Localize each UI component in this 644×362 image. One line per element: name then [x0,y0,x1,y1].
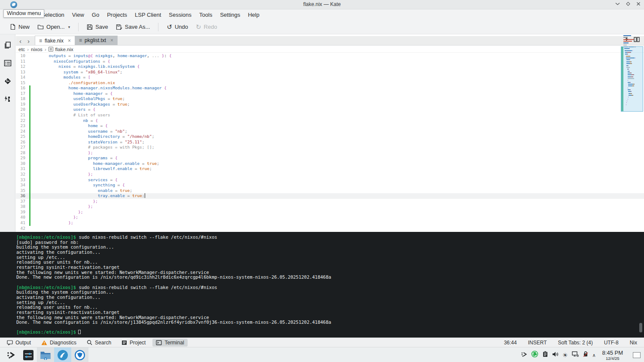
kate-task-button[interactable] [54,347,71,362]
open-button[interactable]: Open... ▾ [33,21,74,32]
diagnostics-panel-button[interactable]: Diagnostics [38,339,80,347]
tab-pkglist-txt[interactable]: ≡ pkglist.txt × [75,36,118,45]
menu-settings[interactable]: Settings [216,10,244,19]
menu-sessions[interactable]: Sessions [165,10,195,19]
settings-sliders-pinned-app[interactable] [20,347,37,362]
menu-lsp-client[interactable]: LSP Client [131,10,165,19]
tray-syncthing-icon[interactable] [531,350,538,359]
clock[interactable]: 8:45 PM 12/4/25 [602,350,623,361]
app-launcher-button[interactable] [3,347,20,362]
left-sidebar [0,34,15,232]
terminal-cursor [78,330,81,334]
encoding[interactable]: UTF-8 [604,340,619,346]
breadcrumb-etc[interactable]: etc [18,47,25,52]
tab-close-icon[interactable]: × [110,37,113,43]
tab-close-icon[interactable]: × [68,38,71,44]
tab-settings[interactable]: Soft Tabs: 2 (4) [558,340,593,346]
tab-bar: ‹ › ≡ flake.nix × ≡ pkglist.txt × [16,36,644,46]
tray-clipboard-icon[interactable] [542,351,548,359]
search-panel-button[interactable]: Search [83,339,115,347]
statusbar: Output Diagnostics Search Project Termin… [0,338,644,347]
terminal-line [16,280,644,285]
project-panel-button[interactable]: Project [118,339,149,347]
minimap-viewport[interactable] [621,46,643,112]
code-line: 34 syncthing = { [16,183,644,188]
code-line: 25 homeDirectory = "/home/nb"; [16,134,644,140]
line-number: 27 [16,145,25,150]
kate-window: flake.nix — Kate FileEditSelectionViewGo… [0,0,644,362]
menu-go[interactable]: Go [88,10,103,19]
close-button[interactable] [636,2,641,6]
documents-sidebar-button[interactable] [0,38,15,52]
menu-projects[interactable]: Projects [103,10,131,19]
terminal-scrollbar[interactable] [639,323,642,332]
undo-button[interactable]: ↺ Undo [163,21,192,32]
tab-flake-nix[interactable]: ≡ flake.nix × [35,36,75,45]
menu-view[interactable]: View [68,10,88,19]
code-line: 24 username = "nb"; [16,129,644,134]
line-number: 23 [16,123,25,129]
document-icon: ≡ [39,38,42,44]
tray-lock-inhibit-icon[interactable] [583,351,589,359]
toolbar-separator [158,23,158,31]
minimap-scrollbar[interactable] [623,35,643,164]
terminal-line: building the system configuration... [16,245,644,250]
line-number: 34 [16,183,25,188]
terminal-panel-button[interactable]: Terminal [152,339,187,347]
line-number: 31 [16,166,25,172]
code-line: 31 librewolf.enable = true; [16,166,644,172]
terminal-line: Done. The new configuration is /nix/stor… [16,275,644,280]
terminal-panel[interactable]: [nb@nixos:/etc/nixos]$ sudo nixos-rebuil… [0,232,644,338]
forward-button[interactable]: › [27,38,30,44]
terminal-line: Done. The new configuration is /nix/stor… [16,320,644,325]
taskbar: ☀ ∧ 8:45 PM 12/4/25 [0,347,644,362]
git-sidebar-button[interactable] [0,74,15,88]
line-number: 37 [16,199,25,204]
file-icon [49,47,53,52]
line-number: 40 [16,215,25,220]
show-desktop-button[interactable] [633,352,641,358]
line-number: 20 [16,107,25,113]
breadcrumb-nixos[interactable]: nixos [31,47,43,52]
output-panel-button[interactable]: Output [3,339,34,347]
tray-activities-icon[interactable] [521,351,527,359]
back-button[interactable]: ‹ [19,38,21,44]
minimize-button[interactable] [615,2,620,6]
syntax-language[interactable]: Nix [630,340,637,346]
new-button[interactable]: New [6,21,33,32]
line-number: 14 [16,75,25,80]
tray-expand-chevron-icon[interactable]: ∧ [592,352,596,358]
code-line: 15 ./configuration.nix [16,80,644,86]
line-number: 26 [16,140,25,145]
titlebar[interactable]: flake.nix — Kate [0,0,644,9]
code-editor[interactable]: 10 outputs = inputs@{ nixpkgs, home-mana… [16,53,644,232]
code-line: 42 [16,226,644,231]
code-line: 26 stateVersion = "25.11"; [16,140,644,145]
menu-tools[interactable]: Tools [195,10,216,19]
input-mode[interactable]: INSERT [528,340,547,346]
document-icon: ≡ [79,37,82,43]
breadcrumb-file[interactable]: flake.nix [55,47,73,52]
librewolf-task-button[interactable] [71,347,88,362]
tray-display-icon[interactable] [572,351,579,359]
terminal-line: setting up /etc... [16,300,644,305]
dolphin-task-button[interactable] [37,347,54,362]
line-number: 39 [16,210,25,215]
line-number: 22 [16,118,25,124]
maximize-button[interactable] [626,2,630,6]
line-number: 30 [16,161,25,167]
menu-help[interactable]: Help [244,10,263,19]
code-line: 16 home-manager.nixosModules.home-manage… [16,85,644,91]
save-as-button[interactable]: Save As... [112,21,154,32]
lsp-symbols-sidebar-button[interactable] [0,92,15,106]
tray-night-color-icon[interactable]: ☀ [562,352,568,358]
undo-icon: ↺ [167,24,172,30]
cursor-position[interactable]: 36:44 [504,340,517,346]
open-dropdown-chevron-icon[interactable]: ▾ [68,25,70,29]
code-line: 29 programs = { [16,155,644,161]
redo-button[interactable]: ↻ Redo [192,21,221,32]
save-button[interactable]: Save [83,21,112,32]
tray-volume-icon[interactable] [552,351,559,359]
filesystem-sidebar-button[interactable] [0,56,15,70]
code-line: 30 home-manager.enable = true; [16,161,644,167]
